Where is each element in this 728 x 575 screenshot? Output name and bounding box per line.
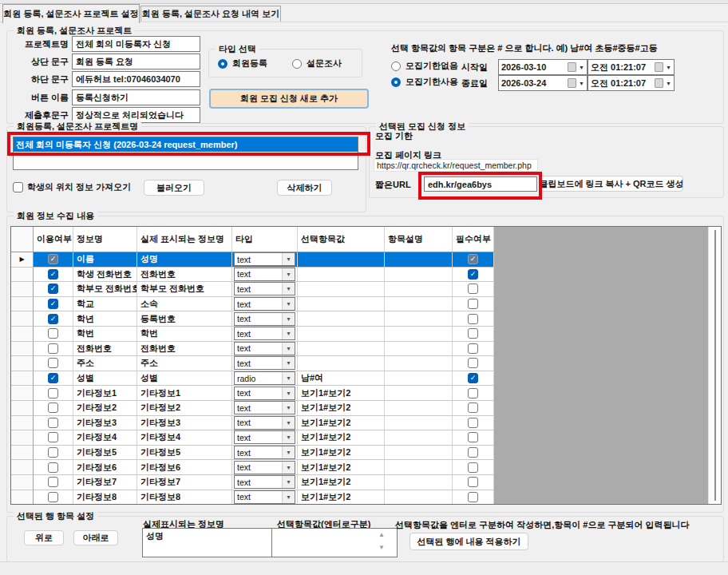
type-combobox[interactable]: text▾ bbox=[234, 342, 295, 355]
row-header-cell[interactable] bbox=[11, 430, 34, 446]
row-header-cell[interactable] bbox=[11, 268, 34, 283]
scrollbar-thumb[interactable] bbox=[714, 230, 716, 501]
apply-to-row-button[interactable]: 선택된 행에 내용 적용하기 bbox=[410, 533, 528, 550]
info-name-cell[interactable]: 학번 bbox=[73, 327, 137, 342]
required-checkbox-cell[interactable]: ✓ bbox=[453, 268, 494, 283]
options-cell[interactable]: 보기1#보기2 bbox=[298, 416, 385, 431]
type-combobox[interactable]: radio▾ bbox=[234, 371, 295, 385]
type-combobox[interactable]: text▾ bbox=[234, 312, 295, 326]
grid-column-header[interactable]: 이용여부 bbox=[34, 227, 73, 252]
description-cell[interactable] bbox=[385, 401, 453, 416]
radio-use-deadline[interactable]: 모집기한사용 bbox=[391, 76, 458, 88]
options-cell[interactable] bbox=[298, 282, 385, 297]
spinner-down-icon[interactable]: ▼ bbox=[378, 545, 385, 551]
delete-button[interactable]: 삭제하기 bbox=[277, 180, 332, 196]
info-name-cell[interactable]: 기타정보8 bbox=[73, 490, 137, 506]
options-cell[interactable] bbox=[298, 356, 385, 371]
add-recruit-request-button[interactable]: 회원 모집 신청 새로 추가 bbox=[209, 89, 369, 109]
type-combobox[interactable]: text▾ bbox=[234, 387, 295, 400]
options-cell[interactable]: 남#여 bbox=[298, 371, 385, 387]
radio-no-deadline[interactable]: 모집기한없음 bbox=[391, 60, 458, 72]
row-header-cell[interactable] bbox=[11, 342, 34, 357]
display-name-cell[interactable]: 기타정보8 bbox=[137, 490, 232, 506]
use-checkbox[interactable] bbox=[48, 358, 58, 368]
row-header-cell[interactable] bbox=[11, 386, 34, 401]
grid-column-header[interactable]: 타입 bbox=[232, 227, 298, 252]
description-cell[interactable] bbox=[385, 252, 453, 268]
options-cell[interactable]: 보기1#보기2 bbox=[298, 490, 385, 506]
type-combobox[interactable]: text▾ bbox=[234, 356, 295, 370]
info-name-cell[interactable]: 기타정보1 bbox=[73, 386, 137, 401]
start-time-picker[interactable]: 오전 01:21:07 ▼ bbox=[588, 59, 675, 75]
load-button[interactable]: 불러오기 bbox=[144, 180, 204, 196]
row-header-cell[interactable] bbox=[11, 371, 34, 387]
use-checkbox[interactable]: ✓ bbox=[48, 373, 58, 383]
required-checkbox-cell[interactable] bbox=[453, 311, 494, 327]
use-checkbox-cell[interactable] bbox=[34, 460, 73, 475]
info-name-cell[interactable]: 학년 bbox=[73, 311, 137, 327]
required-checkbox[interactable] bbox=[468, 358, 478, 368]
required-checkbox[interactable] bbox=[468, 402, 478, 413]
use-checkbox[interactable]: ✓ bbox=[48, 314, 58, 324]
info-name-cell[interactable]: 학부모 전화번호 bbox=[73, 282, 137, 297]
use-checkbox-cell[interactable]: ✓ bbox=[34, 268, 73, 283]
row-header-cell[interactable] bbox=[11, 475, 34, 490]
description-cell[interactable] bbox=[385, 371, 453, 387]
info-name-cell[interactable]: 기타정보2 bbox=[73, 401, 137, 416]
type-combobox[interactable]: text▾ bbox=[234, 490, 295, 504]
display-name-cell[interactable]: 학부모 전화번호 bbox=[137, 282, 232, 297]
type-combobox[interactable]: text▾ bbox=[234, 297, 295, 311]
description-cell[interactable] bbox=[385, 475, 453, 490]
grid-column-header[interactable]: 선택항목값 bbox=[298, 227, 385, 252]
required-checkbox[interactable] bbox=[468, 284, 478, 294]
display-name-cell[interactable]: 기타정보2 bbox=[137, 401, 232, 416]
use-checkbox[interactable] bbox=[48, 402, 58, 413]
use-checkbox[interactable]: ✓ bbox=[48, 269, 58, 280]
combo-arrow-icon[interactable]: ▾ bbox=[282, 343, 295, 355]
combo-arrow-icon[interactable]: ▾ bbox=[282, 491, 295, 503]
use-checkbox[interactable] bbox=[48, 492, 58, 502]
type-combobox[interactable]: text▾ bbox=[234, 327, 295, 340]
use-checkbox[interactable]: ✓ bbox=[48, 254, 58, 264]
required-checkbox-cell[interactable] bbox=[453, 297, 494, 312]
grid-column-header[interactable]: 필수여부 bbox=[453, 227, 494, 252]
use-checkbox[interactable] bbox=[48, 418, 58, 428]
start-date-picker[interactable]: 2026-03-10 ▼ bbox=[498, 59, 588, 75]
description-cell[interactable] bbox=[385, 342, 453, 357]
options-cell[interactable] bbox=[298, 297, 385, 312]
use-checkbox-cell[interactable] bbox=[34, 430, 73, 446]
required-checkbox-cell[interactable] bbox=[453, 342, 494, 357]
description-cell[interactable] bbox=[385, 460, 453, 475]
type-combobox[interactable]: text▾ bbox=[234, 416, 295, 430]
field-input[interactable]: 회원 등록 요청 bbox=[72, 54, 200, 69]
info-name-cell[interactable]: 기타정보5 bbox=[73, 446, 137, 461]
description-cell[interactable] bbox=[385, 416, 453, 431]
combo-arrow-icon[interactable]: ▾ bbox=[282, 387, 295, 399]
use-checkbox-cell[interactable]: ✓ bbox=[34, 311, 73, 327]
info-name-cell[interactable]: 기타정보7 bbox=[73, 475, 137, 490]
options-cell[interactable] bbox=[298, 268, 385, 283]
description-cell[interactable] bbox=[385, 446, 453, 461]
use-checkbox-cell[interactable] bbox=[34, 446, 73, 461]
row-header-cell[interactable] bbox=[11, 356, 34, 371]
info-name-cell[interactable]: 전화번호 bbox=[73, 342, 137, 357]
options-cell[interactable]: 보기1#보기2 bbox=[298, 446, 385, 461]
grid-column-header[interactable]: 항목설명 bbox=[385, 227, 453, 252]
info-name-cell[interactable]: 학생 전화번호 bbox=[73, 268, 137, 283]
use-checkbox[interactable] bbox=[48, 343, 58, 354]
display-name-cell[interactable]: 기타정보4 bbox=[137, 430, 232, 446]
row-header-cell[interactable] bbox=[11, 282, 34, 297]
grid-corner-cell[interactable] bbox=[11, 227, 34, 252]
type-combobox[interactable]: text▾ bbox=[234, 401, 295, 414]
use-checkbox-cell[interactable] bbox=[34, 416, 73, 431]
use-checkbox[interactable] bbox=[48, 462, 58, 473]
use-checkbox-cell[interactable]: ✓ bbox=[34, 297, 73, 312]
row-header-cell[interactable] bbox=[11, 311, 34, 327]
required-checkbox[interactable] bbox=[468, 299, 478, 309]
info-name-cell[interactable]: 주소 bbox=[73, 356, 137, 371]
display-name-cell[interactable]: 주소 bbox=[137, 356, 232, 371]
required-checkbox-cell[interactable] bbox=[453, 356, 494, 371]
display-name-cell[interactable]: 학번 bbox=[137, 327, 232, 342]
use-checkbox-cell[interactable] bbox=[34, 342, 73, 357]
use-checkbox[interactable] bbox=[48, 432, 58, 442]
